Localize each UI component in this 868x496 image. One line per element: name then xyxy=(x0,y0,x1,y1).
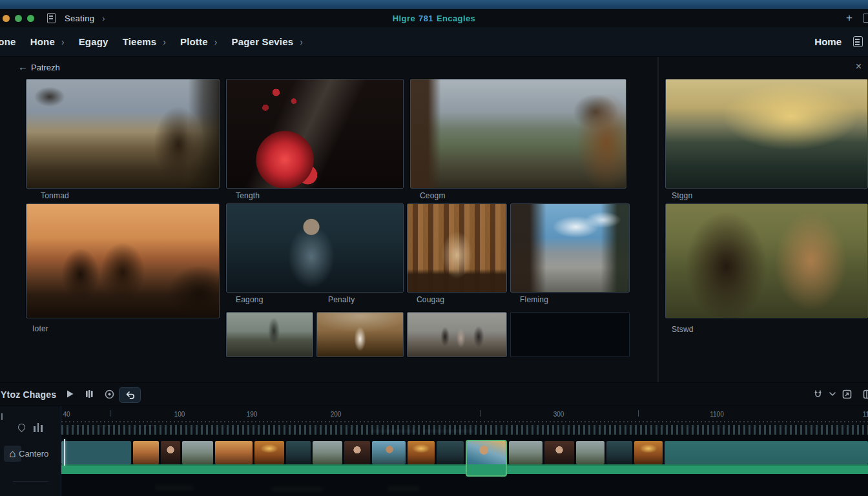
media-thumbnail-ioter[interactable] xyxy=(26,203,220,318)
chevron-right-icon: › xyxy=(300,37,303,47)
playhead[interactable] xyxy=(64,439,65,466)
mixer-bars-icon[interactable] xyxy=(34,423,43,432)
timeline-ruler[interactable]: 40 100 190 200 300 1100 11 xyxy=(0,406,868,425)
media-thumbnail-stggn[interactable] xyxy=(665,79,868,189)
titlebar: Seating › Hlgre 781 Encagles + xyxy=(0,9,868,27)
timeline-clip[interactable] xyxy=(61,441,131,464)
timeline-clip[interactable] xyxy=(161,441,180,464)
window-controls xyxy=(0,15,34,22)
play-icon[interactable] xyxy=(65,389,75,399)
timeline-clip[interactable] xyxy=(344,441,370,464)
window-zoom-button[interactable] xyxy=(27,15,34,22)
media-label: Eagong xyxy=(236,295,264,304)
new-tab-button[interactable]: + xyxy=(846,12,852,25)
breadcrumb-item-tieems[interactable]: Tieems xyxy=(123,36,157,47)
reflection xyxy=(388,487,420,490)
media-label: Tength xyxy=(236,191,260,200)
chevron-right-icon: › xyxy=(102,14,105,23)
media-thumbnail-small-1[interactable] xyxy=(226,312,313,357)
timeline-clip[interactable] xyxy=(313,441,342,464)
media-thumbnail-small-3[interactable] xyxy=(407,312,507,357)
window-close-button[interactable] xyxy=(3,15,10,22)
timeline-clip[interactable] xyxy=(437,441,464,464)
timeline-track-header: ⌂ Cantero xyxy=(0,406,61,496)
chevron-right-icon: › xyxy=(163,37,166,47)
ruler-mark: 300 xyxy=(553,411,564,418)
media-thumbnail-stswd[interactable] xyxy=(665,203,868,318)
record-icon[interactable] xyxy=(104,389,115,400)
breadcrumb-item-pager-sevies[interactable]: Pager Sevies xyxy=(231,36,293,47)
undo-button[interactable] xyxy=(119,387,141,403)
filmstrip-ticks xyxy=(61,425,868,435)
panel-divider xyxy=(657,57,659,382)
video-track xyxy=(61,441,868,464)
list-icon[interactable] xyxy=(853,36,863,47)
chevron-right-icon: › xyxy=(61,37,65,47)
desktop-strip xyxy=(0,0,868,9)
media-label: Penalty xyxy=(328,295,355,304)
media-thumbnail-eagong[interactable] xyxy=(226,203,404,293)
timeline-clip[interactable] xyxy=(182,441,213,464)
breadcrumb-item-hone[interactable]: Hone xyxy=(30,36,55,47)
undo-icon xyxy=(124,390,136,400)
breadcrumb: Ione Hone › Egagy Tieems › Plotte › Page… xyxy=(0,27,868,57)
timeline-clip[interactable] xyxy=(634,441,663,464)
home-icon: ⌂ xyxy=(9,448,16,459)
ruler-tick xyxy=(638,410,639,417)
track-index-mark xyxy=(1,413,3,420)
media-thumbnail-tonmad[interactable] xyxy=(26,79,220,189)
media-thumbnail-empty-slot[interactable] xyxy=(510,312,630,357)
chevron-down-icon[interactable] xyxy=(829,391,836,397)
ruler-mark: 40 xyxy=(63,411,70,418)
media-label: Stswd xyxy=(672,325,694,334)
media-thumbnail-small-2[interactable] xyxy=(316,312,404,357)
project-title-right: Encagles xyxy=(437,14,475,23)
media-thumbnail-cougag[interactable] xyxy=(407,203,507,293)
media-label: Fleming xyxy=(520,295,548,304)
reflection xyxy=(155,486,194,490)
back-arrow-icon[interactable]: ← xyxy=(18,61,28,72)
media-label: Ceogm xyxy=(420,191,446,200)
timeline-clip[interactable] xyxy=(133,441,159,464)
breadcrumb-item-ione[interactable]: Ione xyxy=(0,36,16,47)
reflection xyxy=(271,488,323,491)
track-label: Cantero xyxy=(19,449,48,459)
close-icon[interactable]: × xyxy=(856,61,862,72)
timeline-clip[interactable] xyxy=(576,441,604,464)
audio-track[interactable] xyxy=(61,464,868,474)
timeline-clip[interactable] xyxy=(544,441,574,464)
timeline-clip[interactable] xyxy=(509,441,542,464)
timeline-clip[interactable] xyxy=(665,441,868,464)
timeline-clip[interactable] xyxy=(372,441,406,464)
timeline-clip[interactable] xyxy=(286,441,311,464)
timeline-toolbar: Ytoz Chages xyxy=(0,382,868,406)
panel-icon[interactable] xyxy=(862,389,868,400)
magnet-icon[interactable] xyxy=(812,389,823,400)
media-label: Ioter xyxy=(32,324,48,333)
window-minimize-button[interactable] xyxy=(15,15,22,22)
timeline-clip[interactable] xyxy=(606,441,632,464)
app-window: Seating › Hlgre 781 Encagles + Ione Hone… xyxy=(0,0,868,496)
ruler-mark: 100 xyxy=(174,411,185,418)
divider xyxy=(13,481,48,482)
media-label: Tonmad xyxy=(41,191,69,200)
drop-icon[interactable] xyxy=(17,422,27,433)
timeline-clip[interactable] xyxy=(254,441,284,464)
ruler-tick xyxy=(110,410,110,417)
media-label: Stggn xyxy=(672,191,692,200)
timeline-clip-selected[interactable] xyxy=(466,440,507,477)
document-title[interactable]: Seating xyxy=(65,14,94,23)
media-library-panel: ← Patrezh × Tonmad Tength Ceogm Stggn Ea… xyxy=(0,57,868,382)
timeline-clip[interactable] xyxy=(215,441,253,464)
media-thumbnail-ceogm[interactable] xyxy=(410,79,626,189)
media-thumbnail-tength[interactable] xyxy=(226,79,404,189)
media-thumbnail-fleming[interactable] xyxy=(510,203,630,293)
expand-icon[interactable] xyxy=(842,389,852,400)
home-button[interactable]: Home xyxy=(814,36,842,47)
ruler-tick xyxy=(480,410,480,417)
breadcrumb-item-egagy[interactable]: Egagy xyxy=(79,36,108,47)
columns-icon[interactable] xyxy=(84,389,94,399)
timeline-clip[interactable] xyxy=(408,441,435,464)
breadcrumb-item-plotte[interactable]: Plotte xyxy=(180,36,208,47)
ruler-mark: 200 xyxy=(331,411,342,418)
